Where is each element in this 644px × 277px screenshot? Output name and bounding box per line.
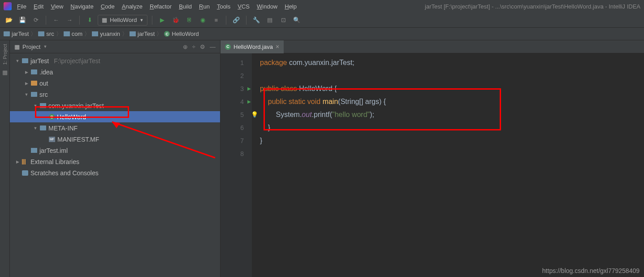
menu-run[interactable]: Run: [199, 3, 210, 10]
breadcrumb-helloword[interactable]: CHelloWord: [164, 30, 199, 37]
profile-icon[interactable]: ◉: [197, 15, 208, 26]
menu-code[interactable]: Code: [101, 3, 115, 10]
tree-item--idea[interactable]: ▶ .idea: [10, 66, 220, 78]
save-icon[interactable]: 💾: [17, 15, 28, 26]
menu-file[interactable]: File: [17, 3, 26, 10]
app-logo-icon: [4, 2, 12, 10]
code-line[interactable]: public class HelloWord {: [260, 82, 644, 95]
gutter-line[interactable]: 3▶: [220, 82, 252, 95]
folder-icon: [4, 31, 10, 36]
back-icon[interactable]: ←: [51, 15, 61, 26]
attach-icon[interactable]: 🔗: [231, 15, 242, 26]
gutter-line[interactable]: 7: [220, 134, 252, 147]
tree-arrow-icon[interactable]: ▼: [33, 126, 38, 130]
separator: [79, 16, 80, 25]
tree-item-meta-inf[interactable]: ▼ META-INF: [10, 122, 220, 134]
menu-vcs[interactable]: VCS: [238, 3, 250, 10]
project-tree[interactable]: ▼ jarTestF:\project\jarTest▶ .idea▶ out▼…: [10, 53, 220, 277]
tree-item-scratches-and-consoles[interactable]: Scratches and Consoles: [10, 167, 220, 178]
watermark: https://blog.csdn.net/gxl779258409: [542, 267, 640, 274]
structure-icon[interactable]: ▤: [264, 15, 275, 26]
close-icon[interactable]: ×: [276, 43, 279, 50]
structure-tool-tab[interactable]: ▦: [2, 69, 8, 76]
breadcrumb-com[interactable]: com: [64, 30, 83, 37]
tab-label: HelloWord.java: [233, 43, 273, 50]
update-icon[interactable]: ⊡: [278, 15, 289, 26]
code-line[interactable]: public static void main(String[] args) {: [260, 95, 644, 108]
menu-build[interactable]: Build: [179, 3, 192, 10]
hide-icon[interactable]: —: [210, 43, 216, 50]
menu-help[interactable]: Help: [285, 3, 297, 10]
tree-arrow-icon[interactable]: ▶: [15, 160, 20, 164]
breadcrumb-yuanxin[interactable]: yuanxin: [92, 30, 120, 37]
chevron-down-icon[interactable]: ▼: [43, 44, 47, 49]
breadcrumb-jartest[interactable]: jarTest: [4, 30, 29, 37]
menu-refactor[interactable]: Refactor: [150, 3, 172, 10]
wrench-icon[interactable]: 🔧: [251, 15, 262, 26]
code-line[interactable]: }: [260, 134, 644, 147]
tree-item-com-yuanxin-jartest[interactable]: ▼ com.yuanxin.jarTest: [10, 100, 220, 111]
coverage-icon[interactable]: ⛨: [184, 15, 194, 26]
search-icon[interactable]: 🔍: [291, 15, 302, 26]
build-icon[interactable]: ⬇: [84, 15, 95, 26]
toolbar: 📂 💾 ⟳ ← → ⬇ ▦ HelloWord ▼ ▶ 🐞 ⛨ ◉ ■ 🔗 🔧 …: [0, 13, 644, 28]
menu-window[interactable]: Window: [257, 3, 277, 10]
run-gutter-icon[interactable]: ▶: [247, 99, 251, 104]
code-line[interactable]: System.out.printf("hello word");: [260, 108, 644, 121]
target-icon[interactable]: ⊕: [183, 43, 188, 50]
tree-label: External Libraries: [30, 158, 79, 165]
tree-item-external-libraries[interactable]: ▶ External Libraries: [10, 156, 220, 167]
folder-icon: [31, 69, 37, 74]
tree-item-out[interactable]: ▶ out: [10, 78, 220, 89]
gutter-line[interactable]: 1: [220, 56, 252, 69]
breadcrumb-sep: 〉: [122, 30, 128, 38]
sync-icon[interactable]: ⟳: [30, 15, 41, 26]
tree-item-manifest-mf[interactable]: MF MANIFEST.MF: [10, 134, 220, 145]
main-area: 1: Project ▦ ▦ Project ▼ ⊕ ÷ ⚙ — ▼ jarTe…: [0, 40, 644, 277]
menu-navigate[interactable]: Navigate: [70, 3, 93, 10]
code-line[interactable]: [260, 69, 644, 82]
breadcrumb-sep: 〉: [30, 30, 36, 38]
tree-arrow-icon[interactable]: ▶: [24, 70, 29, 74]
tree-item-src[interactable]: ▼ src: [10, 89, 220, 100]
menu-edit[interactable]: Edit: [34, 3, 43, 10]
tree-item-helloword[interactable]: C HelloWord: [10, 111, 220, 122]
tree-label: jarTest.iml: [39, 147, 68, 154]
code-line[interactable]: package com.yuanxin.jarTest;: [260, 56, 644, 69]
code-line[interactable]: }: [260, 121, 644, 134]
breadcrumb-jartest[interactable]: jarTest: [130, 30, 155, 37]
code-line[interactable]: [260, 147, 644, 160]
code-editor[interactable]: package com.yuanxin.jarTest;public class…: [252, 53, 644, 277]
gutter[interactable]: 123▶4▶5💡678: [220, 53, 252, 277]
stop-icon[interactable]: ■: [211, 15, 221, 26]
tab-helloword[interactable]: C HelloWord.java ×: [220, 40, 284, 53]
separator: [226, 16, 226, 25]
tree-item-jartest[interactable]: ▼ jarTestF:\project\jarTest: [10, 55, 220, 66]
gutter-line[interactable]: 8: [220, 147, 252, 160]
menu-tools[interactable]: Tools: [217, 3, 230, 10]
breadcrumb-src[interactable]: src: [38, 30, 54, 37]
run-config-select[interactable]: ▦ HelloWord ▼: [98, 15, 147, 26]
project-panel: ▦ Project ▼ ⊕ ÷ ⚙ — ▼ jarTestF:\project\…: [10, 40, 220, 277]
menu-analyze[interactable]: Analyze: [122, 3, 143, 10]
debug-icon[interactable]: 🐞: [170, 15, 181, 26]
forward-icon[interactable]: →: [64, 15, 75, 26]
panel-title: Project: [22, 43, 40, 50]
tree-arrow-icon[interactable]: ▼: [33, 104, 38, 108]
menu-view[interactable]: View: [51, 3, 63, 10]
tree-arrow-icon[interactable]: ▶: [24, 81, 29, 86]
project-tool-tab[interactable]: 1: Project: [2, 44, 8, 65]
tree-arrow-icon[interactable]: ▼: [15, 59, 20, 63]
collapse-icon[interactable]: ÷: [192, 43, 195, 50]
tree-label: .idea: [39, 69, 53, 76]
run-gutter-icon[interactable]: ▶: [247, 86, 251, 91]
gutter-line[interactable]: 5💡: [220, 108, 252, 121]
tree-item-jartest-iml[interactable]: jarTest.iml: [10, 145, 220, 156]
run-icon[interactable]: ▶: [157, 15, 168, 26]
gutter-line[interactable]: 4▶: [220, 95, 252, 108]
gutter-line[interactable]: 2: [220, 69, 252, 82]
gutter-line[interactable]: 6: [220, 121, 252, 134]
open-icon[interactable]: 📂: [4, 15, 14, 26]
tree-arrow-icon[interactable]: ▼: [24, 92, 29, 97]
gear-icon[interactable]: ⚙: [200, 43, 205, 50]
